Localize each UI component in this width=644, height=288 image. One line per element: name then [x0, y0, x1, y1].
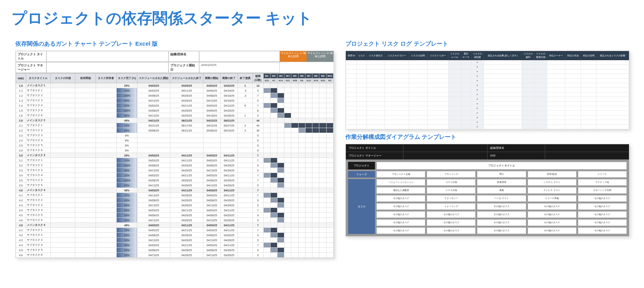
risk-cell[interactable] [367, 92, 385, 97]
risk-cell[interactable] [471, 106, 484, 111]
risk-cell[interactable] [367, 88, 385, 92]
risk-cell[interactable] [385, 79, 409, 83]
wbs-task-cell[interactable]: 変更管理 [477, 179, 526, 186]
wbs-task-cell[interactable]: その他のタスク [477, 203, 526, 210]
risk-cell[interactable] [385, 65, 409, 69]
risk-cell[interactable] [448, 92, 461, 97]
risk-cell[interactable] [581, 69, 596, 74]
risk-cell[interactable] [596, 125, 629, 129]
risk-cell[interactable] [471, 83, 484, 88]
risk-cell[interactable] [484, 102, 522, 106]
risk-cell[interactable] [596, 92, 629, 97]
risk-cell[interactable] [522, 74, 534, 79]
risk-cell[interactable] [385, 83, 409, 88]
risk-cell[interactable] [596, 97, 629, 102]
risk-cell[interactable] [367, 120, 385, 125]
risk-cell[interactable] [522, 83, 534, 88]
risk-cell[interactable] [522, 88, 534, 92]
risk-cell[interactable] [427, 92, 448, 97]
risk-cell[interactable] [409, 97, 427, 102]
risk-cell[interactable] [596, 79, 629, 83]
risk-cell[interactable] [448, 120, 461, 125]
risk-cell[interactable] [385, 69, 409, 74]
risk-cell[interactable] [484, 65, 522, 69]
risk-cell[interactable] [427, 79, 448, 83]
risk-row[interactable] [346, 83, 629, 88]
risk-cell[interactable] [581, 120, 596, 125]
risk-row[interactable] [346, 92, 629, 97]
risk-cell[interactable] [409, 106, 427, 111]
risk-cell[interactable] [409, 102, 427, 106]
risk-cell[interactable] [461, 115, 471, 120]
value-company[interactable] [199, 51, 280, 62]
risk-row[interactable] [346, 88, 629, 92]
risk-cell[interactable] [357, 88, 367, 92]
risk-row[interactable] [346, 115, 629, 120]
risk-cell[interactable] [385, 74, 409, 79]
risk-cell[interactable] [448, 125, 461, 129]
risk-cell[interactable] [367, 65, 385, 69]
risk-cell[interactable] [596, 115, 629, 120]
risk-cell[interactable] [547, 106, 565, 111]
gantt-row[interactable]: 2.2サブタスク 260%05/08/2506/21/2505/08/2506/… [16, 128, 334, 133]
gantt-row[interactable]: 4.3サブタスク 350%04/13/2504/20/2504/13/2504/… [16, 238, 334, 243]
risk-cell[interactable] [565, 60, 581, 65]
risk-cell[interactable] [565, 115, 581, 120]
risk-cell[interactable] [547, 69, 565, 74]
risk-cell[interactable] [346, 65, 357, 69]
risk-cell[interactable] [534, 83, 547, 88]
risk-cell[interactable] [367, 69, 385, 74]
risk-cell[interactable] [409, 65, 427, 69]
gantt-row[interactable]: 1.6サブタスク 690%04/13/2504/20/2504/18/2504/… [16, 113, 334, 118]
risk-cell[interactable] [547, 111, 565, 115]
risk-cell[interactable] [427, 120, 448, 125]
gantt-row[interactable]: 3.5サブタスク 5100%04/08/2504/20/2504/08/2504… [16, 178, 334, 183]
risk-cell[interactable] [596, 120, 629, 125]
risk-cell[interactable] [534, 102, 547, 106]
risk-cell[interactable] [534, 120, 547, 125]
risk-cell[interactable] [427, 111, 448, 115]
wbs-task-cell[interactable]: その他のタスク [578, 211, 627, 218]
wbs-task-cell[interactable]: その他のタスク [578, 227, 627, 234]
risk-cell[interactable] [461, 83, 471, 88]
risk-cell[interactable] [534, 115, 547, 120]
risk-cell[interactable] [385, 92, 409, 97]
risk-cell[interactable] [461, 79, 471, 83]
risk-cell[interactable] [367, 74, 385, 79]
risk-cell[interactable] [547, 92, 565, 97]
gantt-row[interactable]: 2.0メインタスク 240%04/21/2506/21/2504/22/2506… [16, 118, 334, 123]
gantt-row[interactable]: 1.2サブタスク 2100%04/08/2504/20/2504/08/2504… [16, 93, 334, 98]
risk-row[interactable] [346, 120, 629, 125]
risk-cell[interactable] [484, 111, 522, 115]
wbs-task-cell[interactable]: テクノロジー [427, 195, 476, 202]
risk-cell[interactable] [427, 65, 448, 69]
risk-cell[interactable] [581, 79, 596, 83]
risk-cell[interactable] [534, 79, 547, 83]
risk-cell[interactable] [522, 69, 534, 74]
risk-cell[interactable] [346, 125, 357, 129]
risk-cell[interactable] [471, 115, 484, 120]
value-start[interactable]: 04/03/2025 [199, 62, 280, 73]
wbs-task-cell[interactable]: その他のタスク [427, 227, 476, 234]
risk-cell[interactable] [565, 74, 581, 79]
risk-cell[interactable] [346, 83, 357, 88]
risk-cell[interactable] [427, 74, 448, 79]
risk-cell[interactable] [565, 65, 581, 69]
risk-cell[interactable] [596, 83, 629, 88]
risk-cell[interactable] [357, 120, 367, 125]
risk-cell[interactable] [547, 74, 565, 79]
risk-cell[interactable] [471, 125, 484, 129]
wbs-meta-project-val[interactable] [403, 144, 487, 152]
risk-cell[interactable] [596, 111, 629, 115]
wbs-phase-cell[interactable]: プロジェクト定義 [376, 171, 425, 178]
risk-cell[interactable] [565, 125, 581, 129]
risk-cell[interactable] [581, 111, 596, 115]
risk-cell[interactable] [357, 115, 367, 120]
risk-cell[interactable] [581, 60, 596, 65]
wbs-task-cell[interactable]: その他のタスク [376, 227, 425, 234]
risk-cell[interactable] [385, 97, 409, 102]
risk-cell[interactable] [357, 125, 367, 129]
risk-cell[interactable] [367, 111, 385, 115]
wbs-task-cell[interactable]: トレーニング [427, 203, 476, 210]
wbs-task-cell[interactable]: その他のタスク [578, 219, 627, 226]
